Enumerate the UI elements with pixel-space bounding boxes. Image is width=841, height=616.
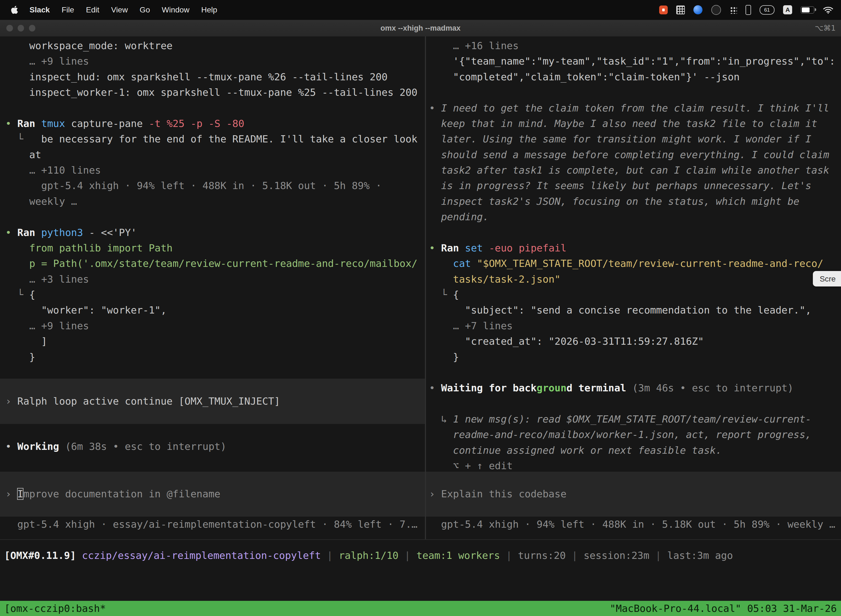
text-segment: inspect_worker-1: omx sparkshell --tmux-… [5,87,418,98]
text-segment: … +110 lines [5,164,101,176]
menu-item-file[interactable]: File [56,5,80,14]
terminal-line: • Waiting for background terminal (3m 46… [429,380,841,396]
input-source-icon[interactable]: A [783,5,792,14]
menu-item-edit[interactable]: Edit [80,5,105,14]
text-segment: gpt-5.4 xhigh · 94% left · 488K in · 5.1… [5,180,382,191]
grid-app-icon[interactable] [676,6,685,14]
screen-recording-indicator-icon[interactable] [659,6,668,14]
terminal-line [429,225,841,241]
terminal-line: cat "$OMX_TEAM_STATE_ROOT/team/review-cu… [429,256,841,271]
screen-tooltip[interactable]: Scre [813,271,841,286]
dots-grid-icon[interactable] [730,6,737,13]
tmux-pane-left: workspace_mode: worktree … +9 lines insp… [0,37,425,539]
tmux-session-info: [omx-cczip0:bash* [4,603,106,614]
prompt-input-left[interactable]: › Improve documentation in @filename [0,472,425,517]
terminal-line: ] [5,334,425,349]
terminal-window: omx --xhigh --madmax ⌥⌘1 workspace_mode:… [0,20,841,616]
text-segment [76,550,82,561]
menu-item-window[interactable]: Window [156,5,195,14]
terminal-line: … +110 lines [5,163,425,178]
menu-item-help[interactable]: Help [195,5,223,14]
terminal-line: … +7 lines [429,318,841,334]
text-segment: • [429,242,441,254]
terminal-line: "created_at": "2026-03-31T11:59:27.816Z" [429,334,841,349]
text-segment: from pathlib import Path [5,242,173,254]
text-segment: python3 [41,227,83,238]
model-status-left: gpt-5.4 xhigh · essay/ai-reimplementatio… [5,517,418,532]
terminal-line: is in progress? It seems likely but perh… [429,178,841,194]
menu-bar-status-icons: 61 A [659,5,841,15]
terminal-line: } [429,349,841,365]
text-segment: ralph:1/10 [339,550,399,561]
text-segment: } [429,351,459,363]
text-segment: | [399,550,416,561]
terminal-line: … +16 lines [429,38,841,54]
text-segment: • [5,441,17,452]
dark-app-icon[interactable] [711,5,721,15]
text-segment: | [649,550,667,561]
text-segment: … +3 lines [5,273,89,285]
text-segment: └ [5,289,29,300]
terminal-line: keep that in mind. Maybe I also need the… [429,116,841,131]
apple-icon [11,5,18,14]
text-segment: "worker": "worker-1", [5,304,166,316]
text-segment: session:23m [583,550,649,561]
menu-bar-left: Slack File Edit View Go Window Help [0,5,223,14]
terminal-line: "completed","claim_token":"claim-token"}… [429,69,841,85]
text-segment: └ [5,133,41,145]
terminal-line: └ { [429,287,841,302]
text-segment: "subject": "send a concise recommendatio… [429,304,811,316]
text-segment: "completed","claim_token":"claim-token"}… [429,71,740,82]
blue-app-icon[interactable] [693,5,702,14]
menu-item-view[interactable]: View [105,5,133,14]
macos-menu-bar: Slack File Edit View Go Window Help 61 A [0,0,841,20]
menu-item-go[interactable]: Go [134,5,156,14]
scrollback-left: workspace_mode: worktree … +9 lines insp… [0,37,425,365]
terminal-line: "worker": "worker-1", [5,302,425,318]
terminal-line [429,396,841,412]
text-segment: cat [429,258,477,269]
battery-icon[interactable] [801,6,814,13]
terminal-line: p = Path('.omx/state/team/review-current… [5,256,425,271]
text-segment: • [429,103,441,114]
terminal-line: should send a message before completing … [429,147,841,163]
text-segment: d terminal [567,382,626,393]
text-segment: Explain this codebase [441,488,567,500]
text-segment: … +9 lines [5,320,89,331]
terminal-line: later. Using the same for transition mig… [429,131,841,147]
terminal-line: inspect_worker-1: omx sparkshell --tmux-… [5,85,425,100]
text-segment: … +9 lines [5,56,89,67]
prompt-input-right[interactable]: › Explain this codebase [426,472,841,517]
text-segment: last:3m ago [667,550,733,561]
terminal-line: workspace_mode: worktree [5,38,425,54]
text-segment: task2 after task1 is complete, but can I… [429,164,829,176]
terminal-line: … +9 lines [5,54,425,69]
apple-menu[interactable] [10,5,24,14]
wifi-icon[interactable] [823,6,834,14]
text-segment: be necessary for the end of the README. … [41,133,418,145]
text-segment: … +16 lines [429,40,519,51]
text-segment: (6m 38s • esc to interrupt) [59,441,226,452]
phone-mirroring-icon[interactable] [746,5,751,15]
battery-percentage-badge[interactable]: 61 [760,5,775,14]
tmux-host-clock: "MacBook-Pro-44.local" 05:03 31-Mar-26 [610,603,837,614]
text-cursor: I [18,488,23,500]
text-segment: inspect_hud: omx sparkshell --tmux-pane … [5,71,387,82]
text-segment: { [29,289,35,300]
text-segment: | [500,550,518,561]
window-titlebar[interactable]: omx --xhigh --madmax ⌥⌘1 [0,20,841,37]
working-status: • Working (6m 38s • esc to interrupt) [5,439,226,454]
tmux-status-bar: [omx-cczip0:bash* "MacBook-Pro-44.local"… [0,601,841,616]
terminal-line [5,100,425,116]
text-segment: Working [18,441,59,452]
menu-app-name[interactable]: Slack [24,5,56,14]
terminal-line: readme-and-reco/mailbox/worker-1.json, a… [429,427,841,442]
terminal-line: └ { [5,287,425,302]
terminal-line: gpt-5.4 xhigh · 94% left · 488K in · 5.1… [5,178,425,194]
tmux-pane-right: … +16 lines '{"team_name":"my-team","tas… [426,37,841,539]
text-segment: gpt-5.4 xhigh · essay/ai-reimplementatio… [5,519,418,530]
terminal-line: ↳ 1 new msg(s): read $OMX_TEAM_STATE_ROO… [429,412,841,427]
text-segment: Ran [441,242,465,254]
text-segment: keep that in mind. Maybe I also need the… [429,118,817,129]
text-segment: set [465,242,489,254]
